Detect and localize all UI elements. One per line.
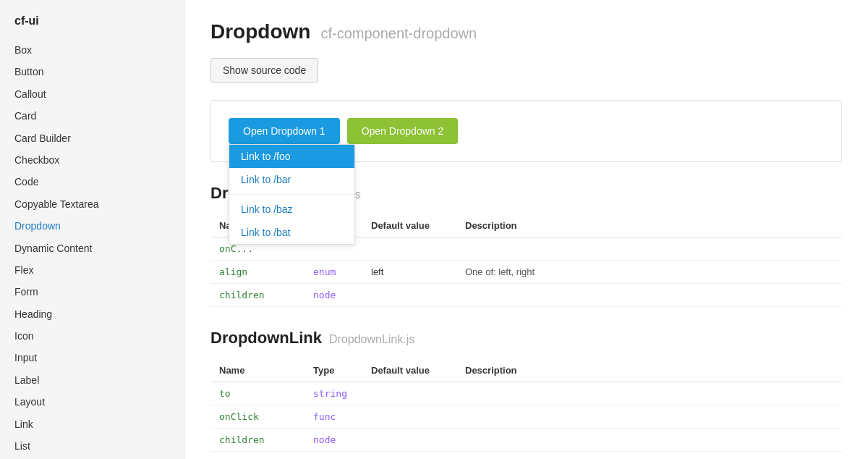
prop-name-cell: children: [210, 429, 305, 452]
prop-default-cell: [362, 429, 456, 452]
sidebar-link[interactable]: Input: [0, 347, 184, 369]
prop-name-cell: align: [210, 261, 305, 284]
open-dropdown-1-button[interactable]: Open Dropdown 1: [229, 118, 340, 144]
table-row: to string: [210, 382, 842, 405]
sidebar-link[interactable]: Copyable Textarea: [0, 193, 184, 215]
sidebar-link[interactable]: Form: [0, 281, 184, 303]
dropdown-item-bat[interactable]: Link to /bat: [229, 221, 354, 244]
sidebar-link[interactable]: Dynamic Content: [0, 237, 184, 259]
section2-title: DropdownLink DropdownLink.js: [210, 329, 842, 348]
section2-subtitle: DropdownLink.js: [329, 333, 414, 346]
prop-type-cell: node: [305, 429, 362, 452]
prop-default-cell: [362, 237, 456, 261]
prop-default-cell: [362, 382, 456, 405]
dropdownlink-section: DropdownLink DropdownLink.js Name Type D…: [210, 329, 842, 452]
prop-desc-cell: [456, 429, 842, 452]
sidebar-item: Card: [0, 105, 184, 127]
sidebar-link[interactable]: Label: [0, 369, 184, 391]
prop-desc-cell: One of: left, right: [456, 261, 842, 284]
sidebar-link[interactable]: Box: [0, 39, 184, 61]
sidebar-link[interactable]: List: [0, 435, 184, 457]
table-row: children node: [210, 429, 842, 452]
sidebar-item: Code: [0, 171, 184, 193]
dropdown-item-baz[interactable]: Link to /baz: [229, 198, 354, 221]
prop-desc-cell: [456, 382, 842, 405]
dropdownlink-props-table: Name Type Default value Description to s…: [210, 359, 842, 452]
prop-name-cell: to: [210, 382, 305, 405]
sidebar-item: Label: [0, 369, 184, 391]
dropdown-divider: [229, 194, 354, 195]
main-content: Dropdown cf-component-dropdown Show sour…: [184, 0, 868, 459]
dropdown-item-foo[interactable]: Link to /foo: [229, 145, 354, 168]
col-header-name: Name: [210, 359, 305, 382]
demo-box: Open Dropdown 1 Open Dropdown 2 Link to …: [210, 100, 842, 162]
sidebar-nav: BoxButtonCalloutCardCard BuilderCheckbox…: [0, 39, 184, 459]
prop-type-cell: enum: [305, 261, 362, 284]
sidebar-item: Callout: [0, 83, 184, 105]
page-subtitle: cf-component-dropdown: [320, 25, 477, 42]
prop-desc-cell: [456, 284, 842, 307]
sidebar-link[interactable]: Link: [0, 413, 184, 435]
sidebar-item: Layout: [0, 391, 184, 413]
app-title: cf-ui: [0, 14, 184, 39]
sidebar-item: Card Builder: [0, 127, 184, 149]
col-header-desc: Description: [456, 359, 842, 382]
sidebar-item: List: [0, 435, 184, 457]
sidebar-link[interactable]: Code: [0, 171, 184, 193]
sidebar-link[interactable]: Flex: [0, 259, 184, 281]
sidebar-link[interactable]: Callout: [0, 83, 184, 105]
prop-default-cell: [362, 405, 456, 429]
page-header: Dropdown cf-component-dropdown: [210, 20, 842, 43]
button-row: Open Dropdown 1 Open Dropdown 2: [229, 118, 824, 144]
table-row: children node: [210, 284, 842, 307]
prop-type-cell: func: [305, 405, 362, 429]
prop-desc-cell: [456, 237, 842, 261]
sidebar-item: Form: [0, 281, 184, 303]
sidebar-link[interactable]: Checkbox: [0, 149, 184, 171]
col-header-type: Type: [305, 359, 362, 382]
sidebar-link[interactable]: Button: [0, 61, 184, 83]
sidebar-item: Checkbox: [0, 149, 184, 171]
sidebar-link[interactable]: Dropdown: [0, 215, 184, 237]
sidebar-link[interactable]: Card: [0, 105, 184, 127]
page-title: Dropdown: [210, 20, 310, 43]
sidebar-item: Flex: [0, 259, 184, 281]
table-header-row: Name Type Default value Description: [210, 359, 842, 382]
sidebar-item: Box: [0, 39, 184, 61]
sidebar-item: Link: [0, 413, 184, 435]
sidebar-item: Copyable Textarea: [0, 193, 184, 215]
sidebar-item: Icon: [0, 325, 184, 347]
sidebar-item: Input: [0, 347, 184, 369]
sidebar-item: Heading: [0, 303, 184, 325]
prop-name-cell: onClick: [210, 405, 305, 429]
dropdown-item-bar[interactable]: Link to /bar: [229, 168, 354, 191]
prop-type-cell: node: [305, 284, 362, 307]
sidebar-item: Dynamic Content: [0, 237, 184, 259]
table-row: onClick func: [210, 405, 842, 429]
sidebar-link[interactable]: Layout: [0, 391, 184, 413]
open-dropdown-2-button[interactable]: Open Dropdown 2: [347, 118, 459, 144]
col-header-default: Default value: [362, 359, 456, 382]
dropdown-menu: Link to /foo Link to /bar Link to /baz L…: [229, 144, 355, 245]
sidebar: cf-ui BoxButtonCalloutCardCard BuilderCh…: [0, 0, 184, 459]
col-header-default: Default value: [362, 214, 456, 237]
prop-type-cell: string: [305, 382, 362, 405]
sidebar-item: Dropdown: [0, 215, 184, 237]
show-source-button[interactable]: Show source code: [210, 58, 318, 83]
sidebar-link[interactable]: Card Builder: [0, 127, 184, 149]
prop-desc-cell: [456, 405, 842, 429]
sidebar-link[interactable]: Icon: [0, 325, 184, 347]
table-row: align enum left One of: left, right: [210, 261, 842, 284]
section2-name: DropdownLink: [210, 329, 322, 348]
prop-default-cell: [362, 284, 456, 307]
prop-name-cell: children: [210, 284, 305, 307]
sidebar-link[interactable]: Heading: [0, 303, 184, 325]
prop-default-cell: left: [362, 261, 456, 284]
sidebar-item: Button: [0, 61, 184, 83]
col-header-desc: Description: [456, 214, 842, 237]
